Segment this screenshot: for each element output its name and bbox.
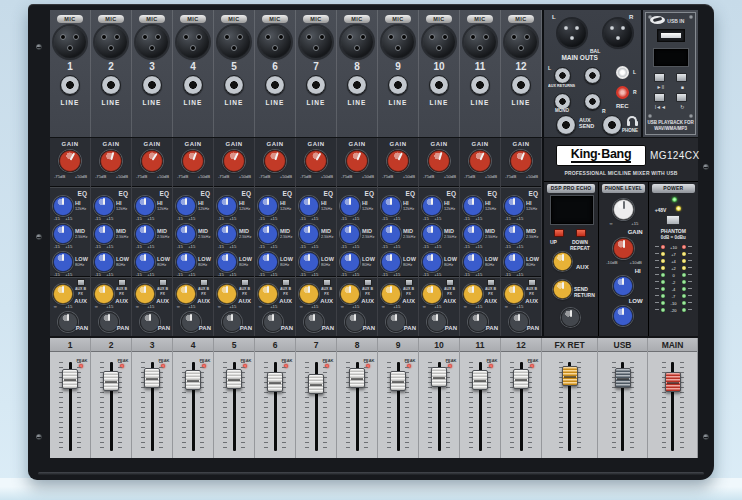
eq-mid-knob[interactable] xyxy=(504,224,524,244)
aux-knob[interactable] xyxy=(217,284,237,304)
aux-knob[interactable] xyxy=(258,284,278,304)
fader-cap[interactable] xyxy=(472,370,488,390)
eq-hi-knob[interactable] xyxy=(258,196,278,216)
fx-balance-knob[interactable] xyxy=(561,308,580,327)
dsp-down-button[interactable] xyxy=(576,229,586,237)
eq-low-knob[interactable] xyxy=(135,252,155,272)
eq-mid-knob[interactable] xyxy=(176,224,196,244)
eq-low-knob[interactable] xyxy=(463,252,483,272)
aux-b-fx-switch[interactable] xyxy=(77,279,85,286)
fx-send-return-knob[interactable] xyxy=(553,280,572,299)
fader-cap[interactable] xyxy=(615,368,631,388)
eq-low-knob[interactable] xyxy=(94,252,114,272)
gain-knob[interactable] xyxy=(301,146,331,176)
usb-previous-button[interactable] xyxy=(654,93,665,102)
aux-knob[interactable] xyxy=(135,284,155,304)
fader-cap[interactable] xyxy=(513,369,529,389)
eq-mid-knob[interactable] xyxy=(53,224,73,244)
gain-knob[interactable] xyxy=(383,146,412,175)
eq-mid-knob[interactable] xyxy=(258,224,278,244)
fader-cap[interactable] xyxy=(267,372,283,392)
fader-cap[interactable] xyxy=(103,371,119,391)
aux-b-fx-switch[interactable] xyxy=(364,279,372,286)
aux-b-fx-switch[interactable] xyxy=(446,279,454,286)
gain-knob[interactable] xyxy=(507,147,535,175)
fader-cap[interactable] xyxy=(62,369,78,389)
fx-aux-knob[interactable] xyxy=(553,252,572,271)
gain-knob[interactable] xyxy=(343,147,372,176)
aux-b-fx-switch[interactable] xyxy=(487,279,495,286)
fader-cap[interactable] xyxy=(226,369,242,389)
eq-hi-knob[interactable] xyxy=(422,196,442,216)
aux-knob[interactable] xyxy=(422,284,442,304)
fader-cap[interactable] xyxy=(144,368,160,388)
eq-hi-knob[interactable] xyxy=(217,196,237,216)
gain-knob[interactable] xyxy=(465,146,494,175)
eq-hi-knob[interactable] xyxy=(299,196,319,216)
eq-hi-knob[interactable] xyxy=(381,196,401,216)
eq-low-knob[interactable] xyxy=(504,252,524,272)
eq-hi-knob[interactable] xyxy=(53,196,73,216)
eq-mid-knob[interactable] xyxy=(299,224,319,244)
eq-hi-knob[interactable] xyxy=(176,196,196,216)
aux-b-fx-switch[interactable] xyxy=(282,279,290,286)
eq-low-knob[interactable] xyxy=(176,252,196,272)
eq-hi-knob[interactable] xyxy=(504,196,524,216)
eq-hi-knob[interactable] xyxy=(340,196,360,216)
gain-knob[interactable] xyxy=(219,146,248,175)
aux-b-fx-switch[interactable] xyxy=(118,279,126,286)
fader-cap[interactable] xyxy=(390,371,406,391)
aux-b-fx-switch[interactable] xyxy=(528,279,536,286)
gain-knob[interactable] xyxy=(55,146,85,176)
eq-mid-knob[interactable] xyxy=(463,224,483,244)
aux-b-fx-switch[interactable] xyxy=(200,279,208,286)
usb-repeat-button[interactable] xyxy=(676,93,687,102)
dsp-up-button[interactable] xyxy=(554,229,564,237)
eq-hi-knob[interactable] xyxy=(94,196,114,216)
eq-low-knob[interactable] xyxy=(422,252,442,272)
eq-mid-knob[interactable] xyxy=(340,224,360,244)
eq-hi-knob[interactable] xyxy=(135,196,155,216)
eq-mid-knob[interactable] xyxy=(422,224,442,244)
aux-knob[interactable] xyxy=(94,284,114,304)
gain-knob[interactable] xyxy=(98,148,125,175)
aux-knob[interactable] xyxy=(299,284,319,304)
usb-gain-knob[interactable] xyxy=(613,238,634,259)
eq-low-knob[interactable] xyxy=(217,252,237,272)
eq-mid-knob[interactable] xyxy=(217,224,237,244)
fader-cap[interactable] xyxy=(308,374,324,394)
aux-knob[interactable] xyxy=(504,284,524,304)
aux-knob[interactable] xyxy=(340,284,360,304)
phone-level-knob[interactable] xyxy=(613,199,634,220)
eq-low-knob[interactable] xyxy=(299,252,319,272)
eq-low-knob[interactable] xyxy=(258,252,278,272)
usb-low-knob[interactable] xyxy=(613,306,633,326)
eq-mid-knob[interactable] xyxy=(381,224,401,244)
gain-knob[interactable] xyxy=(179,147,207,175)
eq-mid-knob[interactable] xyxy=(135,224,155,244)
aux-b-fx-switch[interactable] xyxy=(323,279,331,286)
aux-b-fx-switch[interactable] xyxy=(405,279,413,286)
gain-knob[interactable] xyxy=(425,147,452,174)
usb-play-pause-button[interactable] xyxy=(654,73,665,82)
aux-knob[interactable] xyxy=(463,284,483,304)
fader-cap[interactable] xyxy=(349,368,365,388)
aux-b-fx-switch[interactable] xyxy=(241,279,249,286)
fader-cap[interactable] xyxy=(431,367,447,387)
fader-cap[interactable] xyxy=(185,370,201,390)
usb-stop-button[interactable] xyxy=(676,73,687,82)
eq-hi-knob[interactable] xyxy=(463,196,483,216)
aux-knob[interactable] xyxy=(176,284,196,304)
usb-hi-knob[interactable] xyxy=(613,276,633,296)
eq-low-knob[interactable] xyxy=(53,252,73,272)
aux-knob[interactable] xyxy=(381,284,401,304)
aux-knob[interactable] xyxy=(53,284,73,304)
gain-knob[interactable] xyxy=(137,146,167,176)
eq-low-knob[interactable] xyxy=(340,252,360,272)
phantom-switch[interactable] xyxy=(666,215,680,225)
eq-low-knob[interactable] xyxy=(381,252,401,272)
gain-knob[interactable] xyxy=(261,147,289,175)
fader-cap[interactable] xyxy=(665,372,681,392)
aux-b-fx-switch[interactable] xyxy=(159,279,167,286)
fader-cap[interactable] xyxy=(562,366,578,386)
